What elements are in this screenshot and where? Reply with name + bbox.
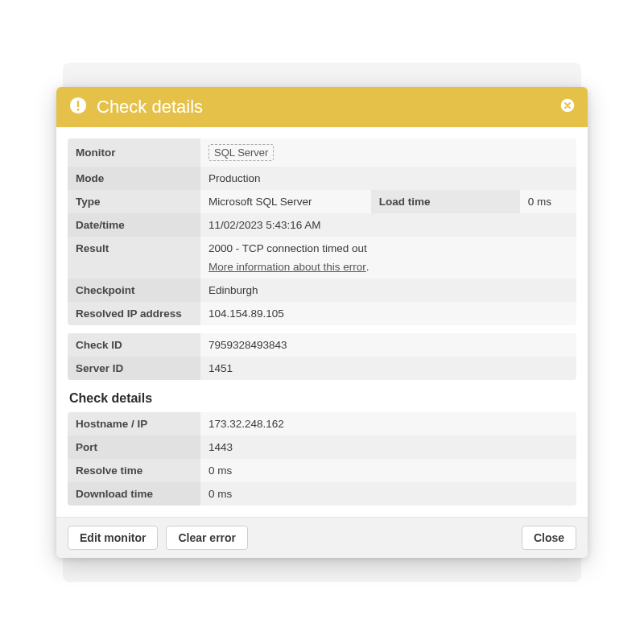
row-datetime: Date/time 11/02/2023 5:43:16 AM [68,213,576,237]
port-label: Port [68,436,200,459]
result-value: 2000 - TCP connection timed out [208,242,568,254]
row-result: Result 2000 - TCP connection timed out M… [68,237,576,279]
modal-body: Monitor SQL Server Mode Production Type … [56,127,588,517]
check-details-modal: Check details Monitor SQL Server Mode Pr… [56,87,588,558]
modal-title: Check details [97,97,551,118]
port-value: 1443 [200,436,576,459]
footer-spacer [256,526,514,550]
modal-header: Check details [56,87,588,127]
resolved-ip-label: Resolved IP address [68,302,200,325]
main-info-table: Monitor SQL Server Mode Production Type … [68,138,576,325]
datetime-value: 11/02/2023 5:43:16 AM [200,213,576,237]
svg-point-2 [77,109,80,111]
alert-icon [69,97,87,118]
close-button[interactable]: Close [522,526,576,550]
check-id-value: 7959328493843 [200,333,576,357]
clear-error-button[interactable]: Clear error [166,526,248,550]
svg-rect-1 [77,101,80,107]
checkpoint-value: Edinburgh [200,279,576,302]
row-mode: Mode Production [68,167,576,190]
mode-value: Production [200,167,576,190]
checkpoint-label: Checkpoint [68,279,200,302]
row-server-id: Server ID 1451 [68,357,576,380]
details-table: Hostname / IP 173.32.248.162 Port 1443 R… [68,412,576,506]
type-label: Type [68,190,200,213]
resolve-time-value: 0 ms [200,459,576,482]
row-port: Port 1443 [68,436,576,459]
result-label: Result [68,237,200,279]
ids-table: Check ID 7959328493843 Server ID 1451 [68,333,576,380]
check-details-section-title: Check details [69,391,576,406]
resolve-time-label: Resolve time [68,459,200,482]
edit-monitor-button[interactable]: Edit monitor [68,526,158,550]
monitor-badge[interactable]: SQL Server [208,144,274,161]
resolved-ip-value: 104.154.89.105 [200,302,576,325]
download-time-value: 0 ms [200,482,576,506]
hostname-label: Hostname / IP [68,412,200,436]
row-checkpoint: Checkpoint Edinburgh [68,279,576,302]
modal-footer: Edit monitor Clear error Close [56,517,588,558]
server-id-value: 1451 [200,357,576,380]
server-id-label: Server ID [68,357,200,380]
error-info-link[interactable]: More information about this error [208,261,366,273]
type-value: Microsoft SQL Server [200,190,371,213]
row-resolved-ip: Resolved IP address 104.154.89.105 [68,302,576,325]
result-link-suffix: . [366,261,369,273]
monitor-label: Monitor [68,138,200,167]
check-id-label: Check ID [68,333,200,357]
row-check-id: Check ID 7959328493843 [68,333,576,357]
row-download-time: Download time 0 ms [68,482,576,506]
row-monitor: Monitor SQL Server [68,138,576,167]
load-time-value: 0 ms [520,190,576,213]
row-hostname: Hostname / IP 173.32.248.162 [68,412,576,436]
download-time-label: Download time [68,482,200,506]
row-type: Type Microsoft SQL Server Load time 0 ms [68,190,576,213]
row-resolve-time: Resolve time 0 ms [68,459,576,482]
hostname-value: 173.32.248.162 [200,412,576,436]
datetime-label: Date/time [68,213,200,237]
close-icon[interactable] [560,98,575,116]
mode-label: Mode [68,167,200,190]
load-time-label: Load time [371,190,520,213]
